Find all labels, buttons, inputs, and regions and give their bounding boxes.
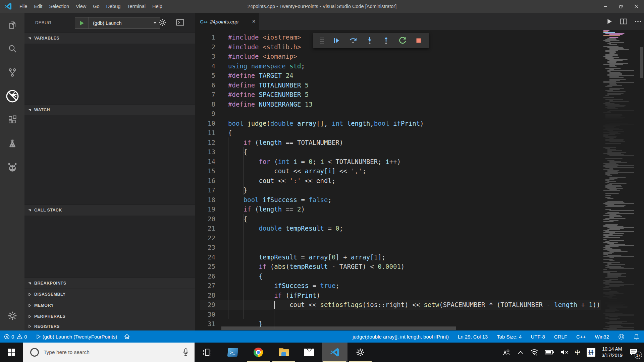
battery-button[interactable] [542, 343, 557, 362]
line-number-12[interactable]: 12 [195, 138, 215, 147]
line-number-3[interactable]: 3 [195, 52, 215, 61]
more-actions-icon[interactable] [635, 18, 641, 24]
code-line-1[interactable]: #include <iostream> [228, 33, 301, 42]
taskbar-clock[interactable]: 10:14 AM 3/17/2019 [598, 346, 626, 359]
line-number-4[interactable]: 4 [195, 61, 215, 71]
line-number-26[interactable]: 26 [195, 272, 215, 281]
code-line-10[interactable]: bool judge(double array[], int length,bo… [228, 119, 424, 128]
ime-pinyin-button[interactable]: 拼 [584, 343, 598, 362]
line-number-21[interactable]: 21 [195, 224, 215, 233]
line-number-8[interactable]: 8 [195, 100, 215, 109]
code-line-13[interactable]: { [228, 147, 247, 157]
eol-status[interactable]: CRLF [554, 334, 567, 340]
menu-terminal[interactable]: Terminal [124, 0, 149, 13]
line-number-28[interactable]: 28 [195, 291, 215, 300]
code-line-29[interactable]: cout << setiosflags(ios::right) << setw(… [228, 300, 600, 310]
line-number-17[interactable]: 17 [195, 185, 215, 195]
line-number-1[interactable]: 1 [195, 33, 215, 42]
minimap[interactable] [602, 30, 639, 330]
taskbar-file-explorer[interactable] [271, 343, 297, 362]
debug-console-button[interactable] [176, 19, 184, 27]
section-header-peripherals[interactable]: PERIPHERALS [24, 311, 195, 322]
code-line-3[interactable]: #include <iomanip> [228, 52, 297, 61]
menu-help[interactable]: Help [149, 0, 166, 13]
drag-handle-icon[interactable] [320, 37, 324, 45]
activity-debug[interactable] [0, 84, 24, 108]
taskbar-vscode[interactable] [322, 343, 347, 362]
tab-size-status[interactable]: Tab Size: 4 [497, 334, 522, 340]
debug-launch-status[interactable]: (gdb) Launch (TwentyFourPoints) [36, 334, 117, 340]
configure-launch-button[interactable] [158, 18, 167, 28]
menu-debug[interactable]: Debug [103, 0, 124, 13]
tab-close-icon[interactable]: × [252, 18, 256, 24]
code-line-7[interactable]: #define SPACENUMBER 5 [228, 90, 309, 100]
section-header-call-stack[interactable]: CALL STACK [24, 204, 195, 216]
step-out-button[interactable] [382, 36, 390, 45]
menu-file[interactable]: File [16, 0, 31, 13]
line-number-18[interactable]: 18 [195, 195, 215, 205]
step-into-button[interactable] [365, 36, 374, 45]
activity-settings[interactable] [0, 306, 24, 326]
run-icon[interactable] [606, 18, 612, 24]
code-line-17[interactable]: } [228, 185, 247, 195]
line-number-11[interactable]: 11 [195, 128, 215, 138]
code-line-25[interactable]: if (abs(tempResult - TARGET) < 0.0001) [228, 262, 405, 272]
stop-button[interactable] [415, 37, 423, 45]
step-over-button[interactable] [348, 36, 358, 45]
line-number-10[interactable]: 10 [195, 119, 215, 128]
feedback-smiley-icon[interactable] [618, 334, 625, 340]
section-header-disassembly[interactable]: DISASSEMBLY [24, 289, 195, 300]
code-line-20[interactable]: { [228, 214, 247, 224]
line-number-13[interactable]: 13 [195, 147, 215, 157]
section-header-memory[interactable]: MEMORY [24, 300, 195, 311]
line-number-25[interactable]: 25 [195, 262, 215, 272]
continue-button[interactable] [332, 36, 341, 45]
code-line-11[interactable]: { [228, 128, 232, 138]
code-line-28[interactable]: if (ifPrint) [228, 291, 320, 300]
line-number-30[interactable]: 30 [195, 310, 215, 319]
taskbar-powershell[interactable]: >_ [220, 343, 246, 362]
task-view-button[interactable] [195, 343, 220, 362]
line-number-22[interactable]: 22 [195, 233, 215, 243]
section-header-registers[interactable]: REGISTERS [24, 322, 195, 330]
home-status-item[interactable] [124, 334, 130, 340]
activity-source-control[interactable] [0, 60, 24, 84]
activity-explorer[interactable] [0, 13, 24, 37]
code-line-5[interactable]: #define TARGET 24 [228, 71, 293, 80]
code-line-16[interactable]: cout << ':' << endl; [228, 176, 335, 186]
code-line-6[interactable]: #define TOTALNUMBER 5 [228, 80, 309, 90]
line-number-7[interactable]: 7 [195, 90, 215, 100]
menu-go[interactable]: Go [90, 0, 103, 13]
taskbar-mail[interactable] [297, 343, 322, 362]
line-number-27[interactable]: 27 [195, 281, 215, 291]
taskbar-search[interactable]: Type here to search [23, 343, 195, 362]
activity-robot[interactable] [0, 156, 24, 179]
microphone-icon[interactable] [182, 348, 189, 357]
vertical-scrollbar[interactable] [640, 47, 643, 78]
taskbar-settings[interactable] [347, 343, 373, 362]
start-button[interactable] [0, 343, 23, 362]
problems-errors[interactable]: 0 [4, 334, 14, 340]
line-number-20[interactable]: 20 [195, 214, 215, 224]
taskbar-chrome[interactable] [246, 343, 271, 362]
line-number-29[interactable]: 29 [195, 300, 215, 310]
encoding-status[interactable]: UTF-8 [531, 334, 545, 340]
code-line-14[interactable]: for (int i = 0; i < TOTALNUMBER; i++) [228, 157, 401, 167]
code-line-8[interactable]: #define NUMBERRANGE 13 [228, 100, 313, 109]
code-line-21[interactable]: double tempResult = 0; [228, 224, 343, 233]
code-line-19[interactable]: if (length == 2) [228, 204, 305, 214]
notifications-bell-icon[interactable] [634, 334, 639, 340]
code-line-27[interactable]: ifSuccess = true; [228, 281, 339, 291]
start-debug-button[interactable] [75, 17, 89, 28]
minimize-button[interactable] [598, 0, 613, 13]
code-line-12[interactable]: if (length == TOTALNUMBER) [228, 138, 343, 147]
line-number-23[interactable]: 23 [195, 243, 215, 252]
code-line-4[interactable]: using namespace std; [228, 61, 305, 71]
problems-warnings[interactable]: 0 [17, 334, 27, 340]
line-number-6[interactable]: 6 [195, 80, 215, 90]
line-number-19[interactable]: 19 [195, 204, 215, 214]
menu-edit[interactable]: Edit [31, 0, 46, 13]
people-button[interactable] [499, 343, 514, 362]
code-line-18[interactable]: bool ifSuccess = false; [228, 195, 332, 205]
ime-mode-button[interactable]: 中 [572, 343, 584, 362]
